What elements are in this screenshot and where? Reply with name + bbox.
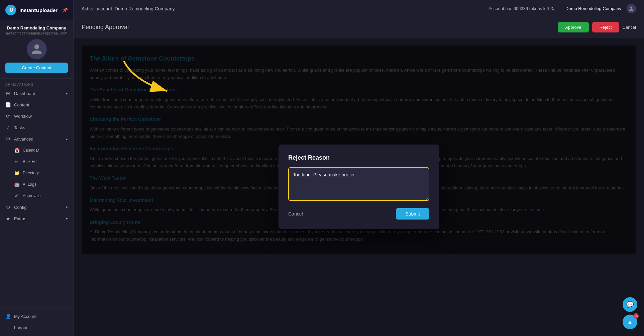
modal-submit-button[interactable]: Submit	[396, 208, 429, 220]
chat-widget: 💬 ▲ 15	[623, 297, 637, 329]
topbar: Active account: Demo Remodeling Company …	[74, 0, 644, 17]
avatar	[27, 39, 47, 59]
sidebar-item-label: Calendar	[23, 148, 39, 153]
sidebar-user-email: awesomedemoagency+n@gmail.com	[5, 31, 68, 35]
chat-button[interactable]: 💬	[623, 297, 637, 312]
sidebar-item-workflow[interactable]: ⟳ Workflow	[0, 110, 73, 122]
sidebar-user-name: Demo Remodeling Company	[5, 25, 68, 30]
modal-cancel-button[interactable]: Cancel	[288, 211, 303, 217]
chevron-down-icon: ▾	[66, 217, 68, 221]
sidebar-item-label: Logout	[14, 325, 27, 330]
sidebar-item-advanced[interactable]: ⚙ Advanced ▴	[0, 133, 73, 145]
page-title: Pending Approval	[82, 24, 558, 31]
sidebar-item-label: Extras	[14, 216, 26, 221]
brand-logo: IU	[5, 5, 16, 15]
sidebar-user-section: Demo Remodeling Company awesomedemoagenc…	[0, 20, 73, 79]
content-icon: 📄	[5, 102, 11, 107]
main-area: Active account: Demo Remodeling Company …	[74, 0, 644, 336]
sidebar-item-label: Content	[14, 102, 29, 107]
sidebar-item-label: AI Logs	[23, 182, 36, 187]
sidebar-bottom: 👤 My Account → Logout	[0, 308, 73, 336]
sidebar-nav: APPLICATIONS ⊞ Dashboard ▾ 📄 Content ⟳ W…	[0, 79, 73, 308]
workflow-icon: ⟳	[5, 113, 11, 119]
sidebar-item-directory[interactable]: 📁 Directory	[0, 167, 73, 179]
page-header: Pending Approval Approve Reject Cancel	[74, 17, 644, 37]
notification-badge: 15	[633, 313, 639, 319]
sidebar-item-dashboard[interactable]: ⊞ Dashboard ▾	[0, 88, 73, 99]
sidebar-item-label: Bulk Edit	[23, 159, 38, 164]
sidebar-item-label: My Account	[14, 314, 36, 319]
cancel-button[interactable]: Cancel	[623, 25, 636, 30]
sidebar-section-label: APPLICATIONS	[0, 79, 73, 88]
topbar-user-avatar	[627, 4, 636, 13]
bulk-edit-icon: ✏	[14, 159, 19, 164]
my-account-icon: 👤	[5, 314, 11, 319]
reject-reason-modal: Reject Reason Cancel Submit	[279, 145, 439, 229]
calendar-icon: 📅	[14, 148, 19, 153]
ai-logs-icon: 🤖	[14, 182, 19, 187]
sidebar: IU InstantUploader 📌 Demo Remodeling Com…	[0, 0, 74, 336]
sidebar-item-ai-logs[interactable]: 🤖 AI Logs	[0, 179, 73, 190]
chevron-down-icon: ▾	[66, 91, 68, 96]
active-account-label: Active account: Demo Remodeling Company	[82, 6, 175, 11]
sidebar-item-logout[interactable]: → Logout	[0, 322, 73, 333]
sidebar-item-extras[interactable]: ★ Extras ▾	[0, 213, 73, 224]
modal-overlay: Reject Reason Cancel Submit	[74, 37, 644, 336]
refresh-icon[interactable]: ↻	[551, 6, 555, 11]
directory-icon: 📁	[14, 170, 19, 176]
scroll-top-icon: ▲	[627, 319, 633, 325]
sidebar-item-tasks[interactable]: ✓ Tasks	[0, 122, 73, 133]
dashboard-icon: ⊞	[5, 91, 11, 96]
advanced-icon: ⚙	[5, 136, 11, 142]
approve-button[interactable]: Approve	[558, 22, 588, 32]
topbar-account-name: Demo Remodeling Company	[565, 6, 621, 11]
reject-reason-textarea[interactable]	[288, 167, 429, 201]
logout-icon: →	[5, 325, 11, 330]
scroll-top-button[interactable]: ▲ 15	[623, 315, 637, 329]
sidebar-item-my-account[interactable]: 👤 My Account	[0, 311, 73, 322]
sidebar-brand: IU InstantUploader 📌	[0, 0, 73, 20]
sidebar-item-label: Advanced	[14, 137, 33, 142]
tasks-icon: ✓	[5, 125, 11, 130]
reject-button[interactable]: Reject	[592, 22, 619, 32]
modal-title: Reject Reason	[288, 154, 429, 161]
sidebar-item-approvals[interactable]: ✔ Approvals	[0, 190, 73, 201]
sidebar-item-bulk-edit[interactable]: ✏ Bulk Edit	[0, 156, 73, 167]
sidebar-item-label: Dashboard	[14, 91, 35, 96]
chevron-down-icon: ▾	[66, 205, 68, 209]
sidebar-item-config[interactable]: ⚙ Config ▾	[0, 201, 73, 213]
tokens-label: Account has 606339 tokens left	[489, 6, 549, 11]
create-content-button[interactable]: Create Content	[5, 63, 68, 73]
approvals-icon: ✔	[14, 193, 19, 198]
brand-name: InstantUploader	[19, 7, 58, 13]
modal-footer: Cancel Submit	[288, 208, 429, 220]
sidebar-item-label: Workflow	[14, 114, 32, 119]
sidebar-item-label: Tasks	[14, 125, 25, 130]
arrow-annotation	[114, 54, 187, 109]
tokens-display: Account has 606339 tokens left ↻	[489, 6, 555, 11]
config-icon: ⚙	[5, 204, 11, 210]
chat-icon: 💬	[626, 301, 634, 308]
sidebar-item-label: Directory	[23, 171, 39, 175]
pin-icon[interactable]: 📌	[62, 7, 68, 13]
chevron-up-icon: ▴	[66, 137, 68, 141]
sidebar-item-content[interactable]: 📄 Content	[0, 99, 73, 110]
extras-icon: ★	[5, 216, 11, 221]
sidebar-item-calendar[interactable]: 📅 Calendar	[0, 145, 73, 156]
sidebar-item-label: Approvals	[23, 193, 40, 198]
sidebar-item-label: Config	[14, 205, 27, 210]
